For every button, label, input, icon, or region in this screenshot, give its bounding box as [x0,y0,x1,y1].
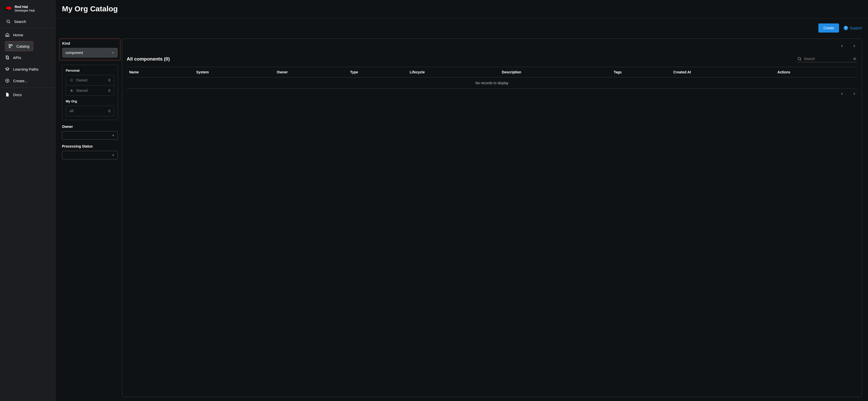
chevron-down-icon: ▼ [112,134,115,137]
results-table: Name System Owner Type Lifecycle Descrip… [127,67,857,89]
col-lifecycle[interactable]: Lifecycle [407,67,499,78]
col-description[interactable]: Description [499,67,611,78]
processing-label: Processing Status [62,144,118,148]
sidebar-item-catalog[interactable]: Catalog [5,41,33,51]
sidebar-item-label: Catalog [17,44,29,49]
personal-section-label: Personal [66,68,114,73]
svg-rect-2 [9,45,10,46]
pager-prev[interactable] [839,44,845,49]
action-bar: Create ? Support [56,19,868,34]
filter-panel: Kind component ▼ Personal Owne [62,38,118,397]
sidebar-item-home[interactable]: Home [0,29,55,40]
sidebar-search-label: Search [14,20,26,24]
support-label: Support [849,26,862,30]
empty-message: No records to display [127,78,857,89]
kind-label: Kind [62,41,118,46]
table-header-row: Name System Owner Type Lifecycle Descrip… [127,67,857,78]
help-icon: ? [843,26,848,30]
sidebar-item-learning[interactable]: Learning Paths [0,64,55,75]
col-created-at[interactable]: Created At [671,67,775,78]
processing-select[interactable]: ▼ [62,151,118,160]
chevron-right-icon [852,45,856,48]
chevron-down-icon: ▼ [112,51,114,54]
results-panel: All components (0) Name System Owner Typ [122,38,862,397]
brand-line2: Developer Hub [14,9,35,12]
pager-prev[interactable] [839,91,845,96]
col-system[interactable]: System [194,67,274,78]
sidebar-item-label: Learning Paths [13,67,38,71]
starred-label: Starred [76,88,88,92]
filter-kind-group: Kind component ▼ [59,38,120,60]
brand-line1: Red Hat [14,5,35,8]
col-tags[interactable]: Tags [611,67,671,78]
owner-select[interactable]: ▼ [62,131,118,140]
owned-count: 0 [108,78,110,82]
pager-top [127,44,857,49]
svg-point-0 [7,20,9,23]
svg-point-3 [11,45,12,46]
school-icon [5,67,9,71]
chevron-right-icon [852,92,856,95]
page-title: My Org Catalog [62,4,862,13]
kind-select-value: component [65,51,83,55]
sidebar-item-create[interactable]: Create... [0,76,55,86]
search-icon [6,19,10,24]
filter-processing-group: Processing Status ▼ [62,144,118,160]
redhat-icon [5,6,12,11]
svg-point-7 [798,57,801,60]
support-link[interactable]: ? Support [843,26,862,30]
chevron-down-icon: ▼ [112,153,115,156]
main-content: My Org Catalog Create ? Support Kind com… [56,0,868,401]
col-name[interactable]: Name [127,67,194,78]
col-type[interactable]: Type [348,67,407,78]
svg-line-1 [9,22,10,23]
extension-icon [5,55,9,60]
results-search [797,56,857,62]
pager-next[interactable] [851,44,857,49]
filter-starred[interactable]: Starred 0 [66,85,114,95]
sidebar: Red Hat Developer Hub Search Home Catalo… [0,0,56,401]
kind-select[interactable]: component ▼ [62,48,118,57]
nav-divider [0,28,56,28]
col-owner[interactable]: Owner [274,67,348,78]
filter-all[interactable]: All 0 [66,106,114,116]
catalog-icon [8,44,13,49]
sidebar-search[interactable]: Search [0,16,56,27]
nav-divider [0,87,56,88]
svg-line-8 [800,59,801,60]
sidebar-item-label: APIs [13,56,21,60]
sidebar-item-apis[interactable]: APIs [0,52,55,63]
filter-owned[interactable]: Owned 0 [66,75,114,85]
brand-logo[interactable]: Red Hat Developer Hub [0,0,56,16]
page-header: My Org Catalog [56,0,868,19]
starred-count: 0 [108,88,110,92]
filter-personal-org: Personal Owned 0 [62,65,118,120]
chevron-left-icon [841,92,843,95]
home-icon [5,32,9,37]
search-input[interactable] [804,57,850,61]
org-section-label: My Org [66,99,114,103]
sidebar-item-label: Create... [13,79,28,83]
col-actions[interactable]: Actions [775,67,857,78]
gear-icon [69,78,73,82]
sidebar-item-label: Docs [13,92,22,97]
docs-icon [5,92,9,97]
create-button[interactable]: Create [818,24,839,32]
close-icon [852,57,857,61]
star-icon [69,88,73,92]
pager-bottom [127,91,857,96]
filter-owner-group: Owner ▼ [62,124,118,140]
sidebar-item-docs[interactable]: Docs [0,89,55,100]
results-title: All components (0) [127,56,170,62]
owned-label: Owned [76,78,87,82]
owner-label: Owner [62,124,118,128]
all-count: 0 [108,109,110,113]
table-empty-row: No records to display [127,78,857,89]
chevron-left-icon [841,45,843,48]
sidebar-item-label: Home [13,33,23,37]
pager-next[interactable] [851,91,857,96]
search-icon [797,57,802,61]
add-circle-icon [5,79,9,83]
all-label: All [69,109,73,113]
clear-search-button[interactable] [852,57,857,61]
